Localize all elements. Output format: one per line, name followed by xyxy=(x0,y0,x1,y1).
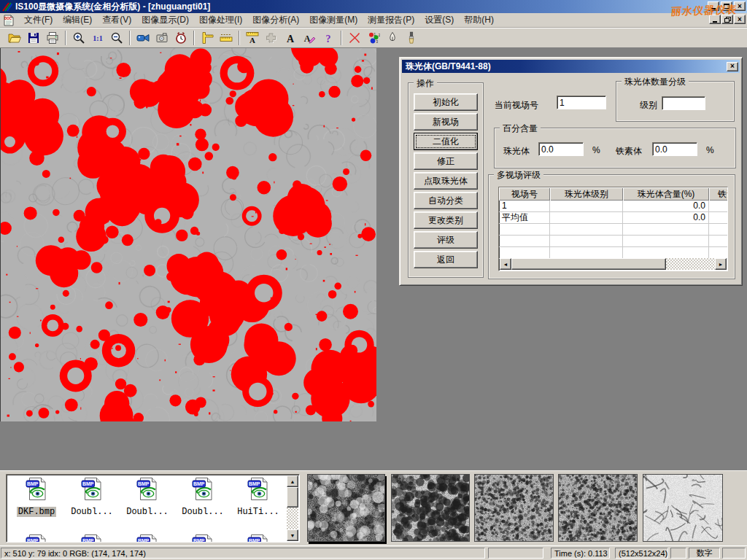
curve-erase-button[interactable] xyxy=(345,29,364,47)
table-cell: 0.0 xyxy=(623,201,709,211)
table-row-3[interactable] xyxy=(499,236,727,247)
actual-size-button[interactable]: 1:1 xyxy=(88,29,107,47)
open-button[interactable] xyxy=(5,29,24,47)
file-item-row2-2[interactable]: BMP xyxy=(120,534,174,542)
table-row-0[interactable]: 10.0 xyxy=(499,201,727,212)
scroll-left-button[interactable]: ◄ xyxy=(500,258,511,270)
svg-text:BMP: BMP xyxy=(137,481,149,486)
mdi-minimize-button[interactable] xyxy=(709,15,721,24)
dialog-close-button[interactable]: × xyxy=(727,62,738,71)
mdi-restore-button[interactable] xyxy=(721,15,733,24)
file-item-row2-4[interactable]: BMP xyxy=(231,534,285,542)
pen-button[interactable] xyxy=(383,29,402,47)
file-item-4[interactable]: BMP HuiTi... xyxy=(231,477,285,517)
menu-item-8[interactable]: 设置(S) xyxy=(419,12,459,28)
file-item-row2-1[interactable]: BMP xyxy=(65,534,119,542)
scroll-up-button[interactable]: ▲ xyxy=(287,475,298,487)
grade-button[interactable]: 评级 xyxy=(414,231,478,249)
scrollbar-thumb[interactable] xyxy=(287,487,298,508)
app-logo-icon xyxy=(2,1,12,12)
pearlite-percent-input[interactable] xyxy=(538,142,584,156)
file-item-3[interactable]: BMP Doubl... xyxy=(176,477,230,517)
correct-button[interactable]: 修正 xyxy=(414,152,478,170)
scrollbar-track[interactable] xyxy=(287,508,298,529)
menu-item-7[interactable]: 测量报告(P) xyxy=(363,12,419,28)
init-button[interactable]: 初始化 xyxy=(414,93,478,111)
level-input[interactable] xyxy=(662,96,705,110)
file-list-scrollbar[interactable]: ▲ ▼ xyxy=(287,475,298,541)
dialog-title: 珠光体(GB/T9441-88) xyxy=(406,61,491,73)
classify-points-button[interactable]: 123 xyxy=(364,29,383,47)
new-field-button[interactable]: 新视场 xyxy=(414,113,478,131)
file-item-2[interactable]: BMP Doubl... xyxy=(120,477,174,517)
table-cell xyxy=(623,247,709,258)
brush-button[interactable] xyxy=(402,29,421,47)
text-label-button[interactable]: A xyxy=(281,29,300,47)
ferrite-percent-sign: % xyxy=(706,145,714,155)
ruler-button[interactable] xyxy=(217,29,236,47)
minimize-button[interactable] xyxy=(708,1,719,11)
menu-item-5[interactable]: 图像分析(A) xyxy=(247,12,304,28)
file-name: Doubl... xyxy=(69,507,115,517)
merge-button[interactable] xyxy=(262,29,281,47)
change-class-button[interactable]: 更改类别 xyxy=(414,211,478,229)
scroll-right-button[interactable]: ► xyxy=(715,258,727,270)
menu-item-3[interactable]: 图像显示(D) xyxy=(136,12,194,28)
table-row-4[interactable] xyxy=(499,247,727,259)
auto-classify-button[interactable]: 自动分类 xyxy=(414,192,478,209)
menu-item-6[interactable]: 图像测量(M) xyxy=(304,12,363,28)
file-item-1[interactable]: BMP Doubl... xyxy=(65,477,119,517)
close-button[interactable]: × xyxy=(734,1,746,11)
thumbnail-5[interactable] xyxy=(643,474,723,542)
file-item-0[interactable]: BMP DKF.bmp xyxy=(9,477,63,517)
thumbnail-3[interactable] xyxy=(474,474,554,542)
binarize-button[interactable]: 二值化 xyxy=(414,133,478,150)
video-capture-button[interactable] xyxy=(133,29,152,47)
svg-text:DOC: DOC xyxy=(4,17,12,20)
menu-item-4[interactable]: 图像处理(I) xyxy=(194,12,247,28)
file-item-row2-0[interactable]: BMP xyxy=(9,534,63,542)
edit-text-button[interactable]: A xyxy=(300,29,319,47)
caliper-button[interactable] xyxy=(198,29,217,47)
print-button[interactable] xyxy=(43,29,62,47)
status-panel-empty-1 xyxy=(488,548,543,559)
table-row-2[interactable] xyxy=(499,224,727,236)
svg-text:BMP: BMP xyxy=(248,481,260,486)
ferrite-percent-input[interactable] xyxy=(652,142,697,156)
pick-pearlite-button[interactable]: 点取珠光体 xyxy=(414,172,478,190)
pearlite-label: 珠光体 xyxy=(503,145,530,158)
toolbar-separator xyxy=(65,31,66,45)
menu-item-1[interactable]: 编辑(E) xyxy=(58,12,97,28)
thumbnail-2[interactable] xyxy=(391,474,470,542)
menu-item-2[interactable]: 查看(V) xyxy=(97,12,136,28)
mdi-close-button[interactable]: × xyxy=(734,15,746,24)
zoom-in-button[interactable] xyxy=(69,29,88,47)
table-cell: 平均值 xyxy=(499,212,550,223)
scrollbar-track[interactable] xyxy=(666,258,715,270)
scroll-down-button[interactable]: ▼ xyxy=(287,529,298,541)
bmp-file-icon: BMP xyxy=(120,534,174,542)
menu-item-9[interactable]: 帮助(H) xyxy=(459,12,499,28)
bmp-file-icon: BMP xyxy=(231,534,285,542)
thumbnail-4[interactable] xyxy=(558,474,638,542)
return-button[interactable]: 返回 xyxy=(414,251,478,268)
scrollbar-thumb[interactable] xyxy=(511,258,666,270)
table-horizontal-scrollbar[interactable]: ◄ ► xyxy=(500,258,727,270)
file-item-row2-3[interactable]: BMP xyxy=(176,534,230,542)
timer-button[interactable] xyxy=(171,29,190,47)
help-button[interactable]: ? xyxy=(319,29,338,47)
measure-text-button[interactable]: A xyxy=(243,29,262,47)
merge-icon xyxy=(265,31,278,44)
bmp-file-icon: BMP xyxy=(176,477,230,504)
file-list[interactable]: ▲ ▼ BMP DKF.bmp BMP Doubl... BMP Doubl..… xyxy=(6,474,300,542)
table-row-1[interactable]: 平均值0.0 xyxy=(499,212,727,224)
maximize-button[interactable] xyxy=(721,1,732,11)
thumbnail-1[interactable] xyxy=(307,474,385,542)
curve-erase-icon xyxy=(348,31,361,44)
current-field-input[interactable] xyxy=(557,96,606,109)
zoom-out-button[interactable] xyxy=(107,29,126,47)
save-button[interactable] xyxy=(24,29,43,47)
micrograph-image[interactable] xyxy=(0,48,376,421)
menu-item-0[interactable]: 文件(F) xyxy=(19,12,58,28)
camera-button[interactable] xyxy=(152,29,171,47)
